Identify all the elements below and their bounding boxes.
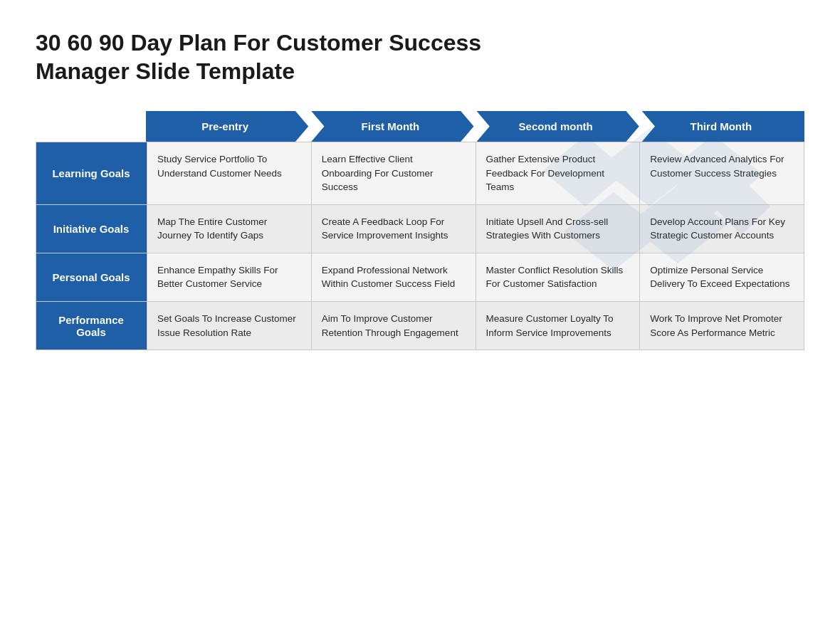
col-header-1: First Month bbox=[311, 111, 473, 142]
col-header-3: Third Month bbox=[642, 111, 804, 142]
table-row: Performance Goals Set Goals To Increase … bbox=[36, 301, 804, 350]
row-header-2: Personal Goals bbox=[36, 253, 147, 301]
cell-0-0: Study Service Portfolio To Understand Cu… bbox=[147, 142, 311, 204]
decorative-shapes bbox=[528, 128, 770, 271]
cell-3-1: Aim To Improve Customer Retention Throug… bbox=[311, 302, 476, 350]
cell-3-3: Work To Improve Net Promoter Score As Pe… bbox=[639, 302, 804, 350]
page-title: 30 60 90 Day Plan For Customer Success M… bbox=[36, 28, 534, 85]
cell-3-2: Measure Customer Loyalty To Inform Servi… bbox=[476, 302, 640, 350]
col-header-2: Second month bbox=[477, 111, 639, 142]
cell-2-1: Expand Professional Network Within Custo… bbox=[311, 253, 476, 301]
cell-0-1: Learn Effective Client Onboarding For Cu… bbox=[311, 142, 476, 204]
cell-1-1: Create A Feedback Loop For Service Impro… bbox=[311, 205, 476, 253]
cell-3-0: Set Goals To Increase Customer Issue Res… bbox=[147, 302, 311, 350]
cell-1-0: Map The Entire Customer Journey To Ident… bbox=[147, 205, 311, 253]
col-header-0: Pre-entry bbox=[146, 111, 308, 142]
row-header-1: Initiative Goals bbox=[36, 205, 147, 253]
column-headers: Pre-entry First Month Second month Third… bbox=[146, 111, 804, 142]
cell-2-0: Enhance Empathy Skills For Better Custom… bbox=[147, 253, 311, 301]
row-header-3: Performance Goals bbox=[36, 302, 147, 350]
row-header-0: Learning Goals bbox=[36, 142, 147, 204]
